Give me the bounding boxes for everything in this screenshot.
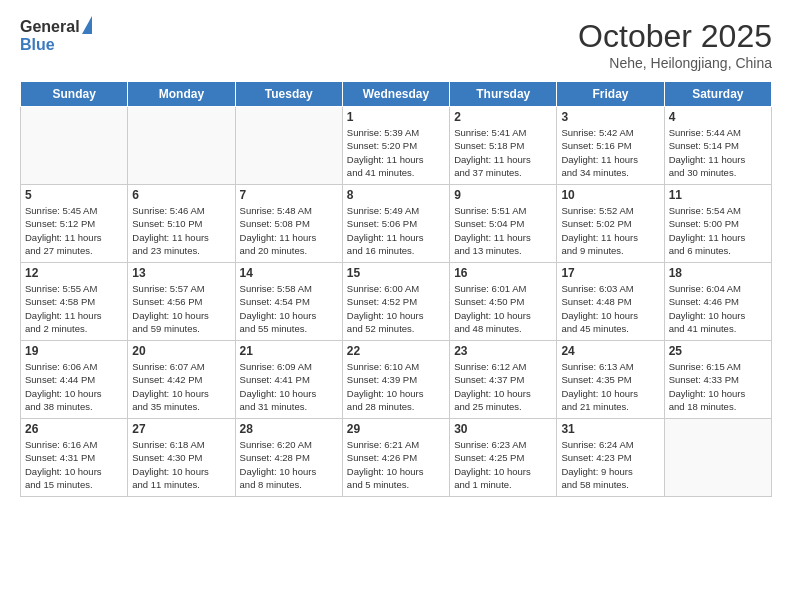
day-number: 16: [454, 266, 552, 280]
calendar-cell: 10Sunrise: 5:52 AM Sunset: 5:02 PM Dayli…: [557, 185, 664, 263]
calendar-cell: 4Sunrise: 5:44 AM Sunset: 5:14 PM Daylig…: [664, 107, 771, 185]
day-number: 20: [132, 344, 230, 358]
calendar-cell: 12Sunrise: 5:55 AM Sunset: 4:58 PM Dayli…: [21, 263, 128, 341]
day-info: Sunrise: 6:12 AM Sunset: 4:37 PM Dayligh…: [454, 360, 552, 413]
page: General Blue October 2025 Nehe, Heilongj…: [0, 0, 792, 612]
calendar-cell: 15Sunrise: 6:00 AM Sunset: 4:52 PM Dayli…: [342, 263, 449, 341]
calendar-cell: 8Sunrise: 5:49 AM Sunset: 5:06 PM Daylig…: [342, 185, 449, 263]
day-number: 18: [669, 266, 767, 280]
day-info: Sunrise: 6:09 AM Sunset: 4:41 PM Dayligh…: [240, 360, 338, 413]
day-number: 10: [561, 188, 659, 202]
calendar-week-row: 26Sunrise: 6:16 AM Sunset: 4:31 PM Dayli…: [21, 419, 772, 497]
calendar-cell: 23Sunrise: 6:12 AM Sunset: 4:37 PM Dayli…: [450, 341, 557, 419]
calendar-cell: 1Sunrise: 5:39 AM Sunset: 5:20 PM Daylig…: [342, 107, 449, 185]
day-info: Sunrise: 6:07 AM Sunset: 4:42 PM Dayligh…: [132, 360, 230, 413]
day-info: Sunrise: 5:57 AM Sunset: 4:56 PM Dayligh…: [132, 282, 230, 335]
weekday-header: Tuesday: [235, 82, 342, 107]
calendar-cell: 26Sunrise: 6:16 AM Sunset: 4:31 PM Dayli…: [21, 419, 128, 497]
calendar-cell: 27Sunrise: 6:18 AM Sunset: 4:30 PM Dayli…: [128, 419, 235, 497]
day-info: Sunrise: 5:41 AM Sunset: 5:18 PM Dayligh…: [454, 126, 552, 179]
header: General Blue October 2025 Nehe, Heilongj…: [20, 18, 772, 71]
weekday-header: Saturday: [664, 82, 771, 107]
day-number: 23: [454, 344, 552, 358]
calendar-cell: [235, 107, 342, 185]
day-info: Sunrise: 5:55 AM Sunset: 4:58 PM Dayligh…: [25, 282, 123, 335]
day-number: 1: [347, 110, 445, 124]
calendar-week-row: 12Sunrise: 5:55 AM Sunset: 4:58 PM Dayli…: [21, 263, 772, 341]
day-number: 28: [240, 422, 338, 436]
day-number: 21: [240, 344, 338, 358]
calendar-cell: 21Sunrise: 6:09 AM Sunset: 4:41 PM Dayli…: [235, 341, 342, 419]
day-info: Sunrise: 5:42 AM Sunset: 5:16 PM Dayligh…: [561, 126, 659, 179]
day-number: 29: [347, 422, 445, 436]
day-info: Sunrise: 6:18 AM Sunset: 4:30 PM Dayligh…: [132, 438, 230, 491]
day-info: Sunrise: 5:44 AM Sunset: 5:14 PM Dayligh…: [669, 126, 767, 179]
weekday-header: Friday: [557, 82, 664, 107]
calendar-table: SundayMondayTuesdayWednesdayThursdayFrid…: [20, 81, 772, 497]
calendar-cell: 29Sunrise: 6:21 AM Sunset: 4:26 PM Dayli…: [342, 419, 449, 497]
day-number: 11: [669, 188, 767, 202]
day-info: Sunrise: 6:21 AM Sunset: 4:26 PM Dayligh…: [347, 438, 445, 491]
calendar-cell: [664, 419, 771, 497]
day-info: Sunrise: 5:46 AM Sunset: 5:10 PM Dayligh…: [132, 204, 230, 257]
calendar-week-row: 1Sunrise: 5:39 AM Sunset: 5:20 PM Daylig…: [21, 107, 772, 185]
calendar-cell: 18Sunrise: 6:04 AM Sunset: 4:46 PM Dayli…: [664, 263, 771, 341]
day-info: Sunrise: 5:48 AM Sunset: 5:08 PM Dayligh…: [240, 204, 338, 257]
calendar-cell: 14Sunrise: 5:58 AM Sunset: 4:54 PM Dayli…: [235, 263, 342, 341]
day-number: 25: [669, 344, 767, 358]
calendar-cell: 7Sunrise: 5:48 AM Sunset: 5:08 PM Daylig…: [235, 185, 342, 263]
calendar-cell: 30Sunrise: 6:23 AM Sunset: 4:25 PM Dayli…: [450, 419, 557, 497]
day-number: 24: [561, 344, 659, 358]
calendar-cell: 22Sunrise: 6:10 AM Sunset: 4:39 PM Dayli…: [342, 341, 449, 419]
day-info: Sunrise: 6:00 AM Sunset: 4:52 PM Dayligh…: [347, 282, 445, 335]
calendar-cell: 24Sunrise: 6:13 AM Sunset: 4:35 PM Dayli…: [557, 341, 664, 419]
calendar-cell: 17Sunrise: 6:03 AM Sunset: 4:48 PM Dayli…: [557, 263, 664, 341]
calendar-cell: 28Sunrise: 6:20 AM Sunset: 4:28 PM Dayli…: [235, 419, 342, 497]
day-info: Sunrise: 6:04 AM Sunset: 4:46 PM Dayligh…: [669, 282, 767, 335]
weekday-header: Thursday: [450, 82, 557, 107]
calendar-cell: 13Sunrise: 5:57 AM Sunset: 4:56 PM Dayli…: [128, 263, 235, 341]
weekday-header: Wednesday: [342, 82, 449, 107]
day-info: Sunrise: 6:16 AM Sunset: 4:31 PM Dayligh…: [25, 438, 123, 491]
day-number: 4: [669, 110, 767, 124]
location-subtitle: Nehe, Heilongjiang, China: [578, 55, 772, 71]
day-number: 12: [25, 266, 123, 280]
day-number: 13: [132, 266, 230, 280]
day-info: Sunrise: 6:24 AM Sunset: 4:23 PM Dayligh…: [561, 438, 659, 491]
calendar-cell: 20Sunrise: 6:07 AM Sunset: 4:42 PM Dayli…: [128, 341, 235, 419]
calendar-cell: 5Sunrise: 5:45 AM Sunset: 5:12 PM Daylig…: [21, 185, 128, 263]
weekday-header: Monday: [128, 82, 235, 107]
title-block: October 2025 Nehe, Heilongjiang, China: [578, 18, 772, 71]
day-number: 3: [561, 110, 659, 124]
day-number: 5: [25, 188, 123, 202]
day-info: Sunrise: 5:45 AM Sunset: 5:12 PM Dayligh…: [25, 204, 123, 257]
calendar-cell: [21, 107, 128, 185]
calendar-cell: 9Sunrise: 5:51 AM Sunset: 5:04 PM Daylig…: [450, 185, 557, 263]
day-number: 14: [240, 266, 338, 280]
day-number: 31: [561, 422, 659, 436]
calendar-cell: 19Sunrise: 6:06 AM Sunset: 4:44 PM Dayli…: [21, 341, 128, 419]
day-info: Sunrise: 5:52 AM Sunset: 5:02 PM Dayligh…: [561, 204, 659, 257]
day-info: Sunrise: 6:10 AM Sunset: 4:39 PM Dayligh…: [347, 360, 445, 413]
logo-blue-text: Blue: [20, 36, 55, 54]
calendar-week-row: 19Sunrise: 6:06 AM Sunset: 4:44 PM Dayli…: [21, 341, 772, 419]
calendar-cell: 2Sunrise: 5:41 AM Sunset: 5:18 PM Daylig…: [450, 107, 557, 185]
calendar-header: SundayMondayTuesdayWednesdayThursdayFrid…: [21, 82, 772, 107]
day-number: 9: [454, 188, 552, 202]
day-info: Sunrise: 6:23 AM Sunset: 4:25 PM Dayligh…: [454, 438, 552, 491]
day-info: Sunrise: 5:54 AM Sunset: 5:00 PM Dayligh…: [669, 204, 767, 257]
day-info: Sunrise: 5:58 AM Sunset: 4:54 PM Dayligh…: [240, 282, 338, 335]
day-number: 17: [561, 266, 659, 280]
day-number: 2: [454, 110, 552, 124]
day-number: 27: [132, 422, 230, 436]
logo-triangle-icon: [82, 16, 92, 34]
weekday-row: SundayMondayTuesdayWednesdayThursdayFrid…: [21, 82, 772, 107]
day-info: Sunrise: 5:39 AM Sunset: 5:20 PM Dayligh…: [347, 126, 445, 179]
day-info: Sunrise: 6:15 AM Sunset: 4:33 PM Dayligh…: [669, 360, 767, 413]
day-number: 8: [347, 188, 445, 202]
calendar-cell: 16Sunrise: 6:01 AM Sunset: 4:50 PM Dayli…: [450, 263, 557, 341]
calendar-cell: 3Sunrise: 5:42 AM Sunset: 5:16 PM Daylig…: [557, 107, 664, 185]
day-info: Sunrise: 5:49 AM Sunset: 5:06 PM Dayligh…: [347, 204, 445, 257]
day-info: Sunrise: 6:13 AM Sunset: 4:35 PM Dayligh…: [561, 360, 659, 413]
day-number: 7: [240, 188, 338, 202]
